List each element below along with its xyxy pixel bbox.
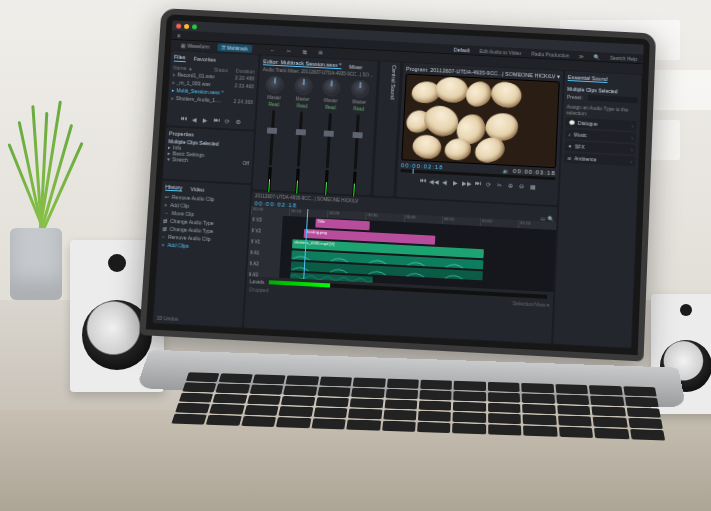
pan-knob[interactable]: [351, 80, 370, 99]
tool-razor[interactable]: ✂: [282, 47, 294, 55]
transport-button[interactable]: ⟳: [484, 179, 492, 187]
mixer-panel: Editor: Multitrack Session.sesx * Mixer …: [252, 55, 377, 195]
search-help[interactable]: Search Help: [610, 54, 638, 61]
pan-knob[interactable]: [266, 75, 285, 94]
history-tab[interactable]: History: [165, 184, 183, 192]
sfx-icon: ✦: [568, 143, 572, 149]
music-icon: ♪: [568, 131, 571, 137]
volume-fader[interactable]: [269, 110, 275, 165]
dropped-label: Dropped: [249, 286, 269, 293]
tool-time[interactable]: ⊞: [314, 48, 326, 56]
plant-pot: [10, 228, 62, 300]
es-preset-dropdown[interactable]: [588, 95, 638, 103]
undo-count: 33 Undos: [156, 315, 178, 322]
levels-label: Levels: [250, 278, 265, 285]
es-preset-label: Preset:: [567, 94, 583, 101]
transport-button[interactable]: ✂: [495, 180, 503, 188]
transport-button[interactable]: ⏮: [418, 176, 426, 184]
transport-button[interactable]: ◀◀: [429, 177, 437, 185]
mixer-tab[interactable]: Mixer: [349, 63, 363, 70]
app-window: ≡ Default Edit Audio to Video Radio Prod…: [152, 20, 644, 348]
ambience-icon: ≋: [567, 155, 571, 161]
maximize-icon[interactable]: [192, 24, 197, 29]
volume-fader[interactable]: [354, 114, 360, 169]
transport-button[interactable]: ▶: [451, 178, 459, 186]
transport-button[interactable]: ▶▶: [462, 178, 470, 186]
laptop-lid: ≡ Default Edit Audio to Video Radio Prod…: [139, 8, 656, 361]
transport-button[interactable]: ▶: [201, 115, 209, 123]
pan-knob[interactable]: [322, 78, 341, 97]
history-panel: History Video ↩Remove Audio Clip+Add Cli…: [153, 181, 250, 328]
video-tab[interactable]: Video: [190, 186, 204, 193]
properties-panel: Properties Multiple Clips Selected ▸ Inf…: [163, 127, 254, 183]
transport-button[interactable]: ◀: [440, 177, 448, 185]
transport-button[interactable]: ⏮: [179, 114, 187, 122]
workspace-more[interactable]: ≫: [579, 53, 584, 59]
workspace-radio[interactable]: Radio Production: [531, 50, 569, 58]
files-tab[interactable]: Files: [174, 54, 186, 62]
es-instruction: Assign an Audio Type to the selection:: [566, 104, 637, 119]
volume-fader[interactable]: [297, 111, 303, 166]
transport-button[interactable]: ⏭: [473, 179, 481, 187]
timeline-panel: 20112607-UTDA-4935-9CC...| SOMEONE HICK/…: [244, 191, 557, 343]
program-panel: Program: 20112607-UTDA-4935-9CC...| SOME…: [396, 63, 563, 205]
pan-knob[interactable]: [294, 77, 313, 96]
photo-scene: ≡ Default Edit Audio to Video Radio Prod…: [0, 0, 711, 511]
transport-button[interactable]: ⊖: [517, 181, 525, 189]
transport-button[interactable]: ◀: [190, 115, 198, 123]
transport-button[interactable]: ⟳: [223, 116, 231, 124]
selection-view[interactable]: Selection/View ▾: [512, 300, 550, 308]
volume-fader[interactable]: [326, 113, 332, 168]
workspace-default[interactable]: Default: [454, 46, 470, 53]
dialogue-icon: 💬: [569, 119, 575, 125]
minimize-icon[interactable]: [184, 23, 189, 28]
tool-slip[interactable]: ⇆: [298, 47, 310, 55]
search-icon[interactable]: 🔍: [594, 53, 600, 59]
tool-move[interactable]: ↔: [266, 46, 279, 54]
laptop: ≡ Default Edit Audio to Video Radio Prod…: [150, 18, 670, 488]
files-col-status[interactable]: Status: [214, 67, 228, 74]
transport-button[interactable]: ⏭: [212, 116, 220, 124]
audio-type-button[interactable]: ≋Ambience›: [564, 153, 635, 167]
video-preview[interactable]: [401, 74, 560, 169]
files-panel: Files Favorites Name ▲ Status Duration ▹…: [167, 51, 259, 130]
favorites-tab[interactable]: Favorites: [193, 56, 216, 63]
transport-button[interactable]: ⚙: [234, 117, 242, 125]
workspace-edit-audio-video[interactable]: Edit Audio to Video: [479, 47, 521, 55]
transport-button[interactable]: ⊕: [506, 181, 514, 189]
transport-button[interactable]: ▦: [528, 182, 536, 190]
essential-sound-tab[interactable]: Essential Sound: [568, 74, 608, 83]
plant-decor: [0, 100, 90, 240]
essential-sound-panel: Essential Sound Multiple Clips Selected …: [553, 71, 641, 348]
files-col-duration[interactable]: Duration: [236, 68, 255, 75]
close-icon[interactable]: [176, 23, 181, 28]
app-menu[interactable]: ≡: [177, 32, 180, 38]
